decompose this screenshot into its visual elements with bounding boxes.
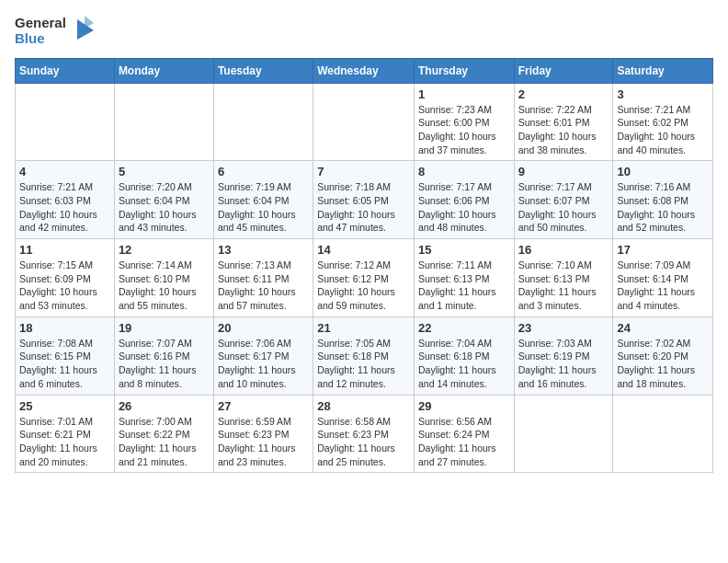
calendar-cell: 22Sunrise: 7:04 AM Sunset: 6:18 PM Dayli… (414, 316, 514, 395)
day-number: 4 (19, 165, 110, 178)
week-row-1: 1Sunrise: 7:23 AM Sunset: 6:00 PM Daylig… (16, 83, 713, 161)
day-number: 9 (518, 165, 609, 178)
day-number: 15 (418, 243, 510, 257)
logo: General Blue (15, 15, 97, 47)
day-info: Sunrise: 7:12 AM Sunset: 6:12 PM Dayligh… (317, 259, 410, 313)
calendar-cell (114, 83, 213, 161)
day-info: Sunrise: 6:59 AM Sunset: 6:23 PM Dayligh… (218, 415, 309, 469)
page-header: General Blue (15, 15, 713, 47)
day-number: 11 (19, 243, 110, 257)
day-info: Sunrise: 7:15 AM Sunset: 6:09 PM Dayligh… (19, 259, 110, 313)
weekday-header-monday: Monday (114, 58, 213, 83)
day-number: 18 (19, 321, 110, 335)
day-number: 16 (518, 243, 609, 257)
calendar-cell (213, 83, 313, 161)
day-number: 28 (317, 399, 410, 413)
day-info: Sunrise: 6:58 AM Sunset: 6:23 PM Dayligh… (317, 415, 410, 469)
calendar-cell: 20Sunrise: 7:06 AM Sunset: 6:17 PM Dayli… (213, 316, 313, 395)
week-row-4: 18Sunrise: 7:08 AM Sunset: 6:15 PM Dayli… (16, 316, 713, 395)
day-number: 2 (518, 87, 609, 101)
day-info: Sunrise: 7:00 AM Sunset: 6:22 PM Dayligh… (119, 415, 210, 469)
calendar-cell: 1Sunrise: 7:23 AM Sunset: 6:00 PM Daylig… (414, 83, 514, 161)
day-info: Sunrise: 7:20 AM Sunset: 6:04 PM Dayligh… (119, 180, 210, 235)
weekday-header-wednesday: Wednesday (313, 58, 415, 83)
day-number: 3 (617, 87, 709, 101)
day-info: Sunrise: 7:08 AM Sunset: 6:15 PM Dayligh… (19, 337, 110, 391)
weekday-header-sunday: Sunday (16, 58, 115, 83)
day-info: Sunrise: 7:21 AM Sunset: 6:02 PM Dayligh… (617, 103, 709, 157)
week-row-3: 11Sunrise: 7:15 AM Sunset: 6:09 PM Dayli… (16, 239, 713, 317)
calendar-cell: 4Sunrise: 7:21 AM Sunset: 6:03 PM Daylig… (16, 161, 115, 239)
calendar-table: SundayMondayTuesdayWednesdayThursdayFrid… (15, 58, 713, 474)
calendar-cell: 28Sunrise: 6:58 AM Sunset: 6:23 PM Dayli… (313, 395, 415, 473)
weekday-header-thursday: Thursday (414, 58, 514, 83)
calendar-cell: 16Sunrise: 7:10 AM Sunset: 6:13 PM Dayli… (514, 239, 613, 317)
calendar-cell: 18Sunrise: 7:08 AM Sunset: 6:15 PM Dayli… (16, 316, 115, 395)
day-info: Sunrise: 7:09 AM Sunset: 6:14 PM Dayligh… (617, 259, 709, 313)
calendar-cell: 15Sunrise: 7:11 AM Sunset: 6:13 PM Dayli… (414, 239, 514, 317)
day-info: Sunrise: 7:19 AM Sunset: 6:04 PM Dayligh… (218, 180, 309, 235)
day-number: 25 (19, 399, 110, 413)
calendar-cell: 10Sunrise: 7:16 AM Sunset: 6:08 PM Dayli… (613, 161, 713, 239)
calendar-cell (16, 83, 115, 161)
calendar-cell: 13Sunrise: 7:13 AM Sunset: 6:11 PM Dayli… (213, 239, 313, 317)
day-info: Sunrise: 7:11 AM Sunset: 6:13 PM Dayligh… (418, 259, 510, 313)
calendar-cell: 24Sunrise: 7:02 AM Sunset: 6:20 PM Dayli… (613, 316, 713, 395)
calendar-cell (613, 395, 713, 473)
day-number: 22 (418, 321, 510, 335)
day-number: 10 (617, 165, 709, 178)
calendar-cell: 14Sunrise: 7:12 AM Sunset: 6:12 PM Dayli… (313, 239, 415, 317)
day-info: Sunrise: 7:06 AM Sunset: 6:17 PM Dayligh… (218, 337, 309, 391)
day-number: 24 (617, 321, 709, 335)
day-number: 14 (317, 243, 410, 257)
day-number: 5 (119, 165, 210, 178)
day-info: Sunrise: 7:03 AM Sunset: 6:19 PM Dayligh… (518, 337, 609, 391)
day-number: 26 (119, 399, 210, 413)
calendar-cell: 29Sunrise: 6:56 AM Sunset: 6:24 PM Dayli… (414, 395, 514, 473)
day-info: Sunrise: 7:17 AM Sunset: 6:06 PM Dayligh… (418, 180, 510, 235)
calendar-cell: 3Sunrise: 7:21 AM Sunset: 6:02 PM Daylig… (613, 83, 713, 161)
logo-text-blue: Blue (15, 30, 66, 46)
day-info: Sunrise: 7:23 AM Sunset: 6:00 PM Dayligh… (418, 103, 510, 157)
day-info: Sunrise: 7:22 AM Sunset: 6:01 PM Dayligh… (518, 103, 609, 157)
day-number: 6 (218, 165, 309, 178)
day-number: 19 (119, 321, 210, 335)
calendar-cell: 27Sunrise: 6:59 AM Sunset: 6:23 PM Dayli… (213, 395, 313, 473)
day-info: Sunrise: 7:16 AM Sunset: 6:08 PM Dayligh… (617, 180, 709, 235)
calendar-cell: 26Sunrise: 7:00 AM Sunset: 6:22 PM Dayli… (114, 395, 213, 473)
day-info: Sunrise: 7:18 AM Sunset: 6:05 PM Dayligh… (317, 180, 410, 235)
day-number: 8 (418, 165, 510, 178)
calendar-cell: 12Sunrise: 7:14 AM Sunset: 6:10 PM Dayli… (114, 239, 213, 317)
calendar-cell: 17Sunrise: 7:09 AM Sunset: 6:14 PM Dayli… (613, 239, 713, 317)
weekday-header-saturday: Saturday (613, 58, 713, 83)
day-number: 27 (218, 399, 309, 413)
day-number: 29 (418, 399, 510, 413)
day-number: 21 (317, 321, 410, 335)
day-info: Sunrise: 7:02 AM Sunset: 6:20 PM Dayligh… (617, 337, 709, 391)
day-info: Sunrise: 7:07 AM Sunset: 6:16 PM Dayligh… (119, 337, 210, 391)
week-row-5: 25Sunrise: 7:01 AM Sunset: 6:21 PM Dayli… (16, 395, 713, 473)
day-info: Sunrise: 7:13 AM Sunset: 6:11 PM Dayligh… (218, 259, 309, 313)
calendar-cell: 5Sunrise: 7:20 AM Sunset: 6:04 PM Daylig… (114, 161, 213, 239)
calendar-cell: 21Sunrise: 7:05 AM Sunset: 6:18 PM Dayli… (313, 316, 415, 395)
day-number: 20 (218, 321, 309, 335)
day-number: 1 (418, 87, 510, 101)
day-number: 17 (617, 243, 709, 257)
calendar-cell (514, 395, 613, 473)
calendar-cell: 6Sunrise: 7:19 AM Sunset: 6:04 PM Daylig… (213, 161, 313, 239)
logo-text-general: General (15, 15, 66, 30)
calendar-cell: 8Sunrise: 7:17 AM Sunset: 6:06 PM Daylig… (414, 161, 514, 239)
day-info: Sunrise: 6:56 AM Sunset: 6:24 PM Dayligh… (418, 415, 510, 469)
day-number: 12 (119, 243, 210, 257)
svg-marker-1 (85, 16, 94, 29)
day-info: Sunrise: 7:04 AM Sunset: 6:18 PM Dayligh… (418, 337, 510, 391)
day-number: 23 (518, 321, 609, 335)
day-number: 7 (317, 165, 410, 178)
day-info: Sunrise: 7:01 AM Sunset: 6:21 PM Dayligh… (19, 415, 110, 469)
day-number: 13 (218, 243, 309, 257)
calendar-cell: 7Sunrise: 7:18 AM Sunset: 6:05 PM Daylig… (313, 161, 415, 239)
day-info: Sunrise: 7:21 AM Sunset: 6:03 PM Dayligh… (19, 180, 110, 235)
day-info: Sunrise: 7:14 AM Sunset: 6:10 PM Dayligh… (119, 259, 210, 313)
day-info: Sunrise: 7:10 AM Sunset: 6:13 PM Dayligh… (518, 259, 609, 313)
weekday-header-row: SundayMondayTuesdayWednesdayThursdayFrid… (16, 58, 713, 83)
